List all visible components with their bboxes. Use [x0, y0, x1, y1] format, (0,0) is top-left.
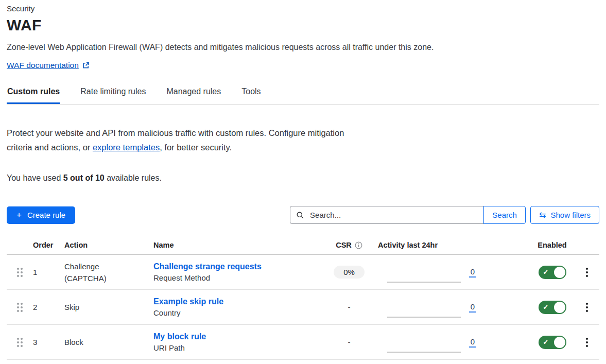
row-menu-button[interactable] [581, 300, 593, 315]
intro-line1: Protect your website and API from malici… [7, 128, 344, 137]
create-rule-label: Create rule [27, 211, 65, 219]
intro-line2-post: , for better security. [160, 143, 232, 152]
rule-name-link[interactable]: My block rule [153, 332, 206, 341]
csr-value: - [348, 303, 351, 311]
row-spacer [481, 325, 530, 359]
row-spacer [481, 255, 530, 289]
tab-tools[interactable]: Tools [241, 86, 261, 104]
plus-icon: + [16, 211, 22, 219]
csr-header-label: CSR [336, 241, 352, 249]
enabled-toggle[interactable]: ✓ [539, 301, 566, 314]
usage-count: 5 out of 10 [63, 174, 105, 182]
rule-order: 3 [33, 325, 64, 359]
rule-order: 1 [33, 255, 64, 289]
rule-order: 2 [33, 290, 64, 324]
rule-name-link[interactable]: Challenge strange requests [153, 262, 262, 271]
table-row: 2 Skip Example skip rule Country - 0 ✓ [7, 290, 599, 325]
tab-managed-rules[interactable]: Managed rules [166, 86, 221, 104]
kebab-icon [586, 338, 588, 340]
waf-documentation-label: WAF documentation [7, 61, 79, 70]
grip-dots-icon [17, 268, 19, 270]
table-row: 1 Challenge (CAPTCHA) Challenge strange … [7, 255, 599, 290]
rules-usage: You have used 5 out of 10 available rule… [7, 174, 599, 183]
col-header-name: Name [153, 241, 324, 249]
col-header-csr: CSR [324, 241, 374, 249]
col-header-order: Order [33, 241, 64, 249]
rule-field: Country [153, 308, 181, 317]
page-description: Zone-level Web Application Firewall (WAF… [7, 43, 599, 52]
enabled-toggle[interactable]: ✓ [539, 336, 566, 349]
usage-prefix: You have used [7, 174, 63, 182]
breadcrumb-security: Security [7, 4, 599, 13]
custom-rules-table: Order Action Name CSR Activity last 24hr… [7, 238, 599, 360]
drag-handle[interactable] [15, 336, 25, 349]
drag-handle[interactable] [15, 266, 25, 279]
activity-count-link[interactable]: 0 [469, 302, 476, 313]
waf-documentation-link[interactable]: WAF documentation [7, 61, 90, 70]
row-menu-button[interactable] [581, 335, 593, 350]
toggle-knob [554, 267, 565, 278]
rule-field: URI Path [153, 343, 185, 352]
drag-handle[interactable] [15, 301, 25, 314]
check-icon: ✓ [543, 338, 549, 345]
activity-count-link[interactable]: 0 [469, 337, 476, 348]
create-rule-button[interactable]: + Create rule [7, 206, 75, 224]
kebab-icon [586, 268, 588, 270]
activity-sparkline [387, 352, 461, 353]
col-header-enabled: Enabled [530, 241, 574, 249]
rule-action: Skip [64, 301, 79, 313]
rule-action: Block [64, 336, 83, 348]
check-icon: ✓ [543, 303, 549, 310]
external-link-icon [82, 62, 90, 69]
custom-rules-intro: Protect your website and API from malici… [7, 126, 398, 154]
toggle-knob [554, 302, 565, 313]
rule-action: Challenge (CAPTCHA) [64, 261, 117, 284]
search-icon [296, 211, 304, 219]
grip-dots-icon [17, 338, 19, 340]
search-button[interactable]: Search [483, 206, 526, 224]
intro-line2-pre: criteria and actions, or [7, 143, 93, 152]
tab-custom-rules[interactable]: Custom rules [7, 86, 60, 104]
rules-toolbar: + Create rule Search ⇆ Show filters [7, 206, 599, 224]
toggle-knob [554, 337, 565, 348]
activity-sparkline [387, 282, 461, 283]
csr-value-pill: 0% [334, 266, 365, 279]
show-filters-button[interactable]: ⇆ Show filters [530, 206, 599, 224]
show-filters-label: Show filters [550, 211, 591, 219]
search-input[interactable] [309, 210, 478, 220]
rule-field: Request Method [153, 273, 210, 282]
search-input-wrap [290, 206, 484, 224]
col-header-activity: Activity last 24hr [374, 241, 481, 249]
info-icon[interactable] [355, 241, 362, 249]
search-area: Search ⇆ Show filters [290, 206, 599, 224]
table-row: 3 Block My block rule URI Path - 0 ✓ [7, 325, 599, 360]
kebab-icon [586, 303, 588, 305]
activity-sparkline [387, 317, 461, 318]
grip-dots-icon [17, 303, 19, 305]
rule-name-link[interactable]: Example skip rule [153, 297, 223, 306]
explore-templates-link[interactable]: explore templates [93, 143, 160, 152]
check-icon: ✓ [543, 268, 549, 275]
csr-value: - [348, 338, 351, 346]
row-menu-button[interactable] [581, 265, 593, 280]
tab-rate-limiting-rules[interactable]: Rate limiting rules [80, 86, 146, 104]
usage-suffix: available rules. [105, 174, 162, 182]
activity-count-link[interactable]: 0 [469, 267, 476, 278]
waf-tabs: Custom rules Rate limiting rules Managed… [7, 86, 599, 105]
swap-arrows-icon: ⇆ [539, 211, 546, 219]
col-header-action: Action [64, 241, 153, 249]
table-header-row: Order Action Name CSR Activity last 24hr… [7, 238, 599, 255]
row-spacer [481, 290, 530, 324]
waf-page: Security WAF Zone-level Web Application … [0, 0, 606, 360]
page-title: WAF [7, 16, 599, 34]
enabled-toggle[interactable]: ✓ [539, 266, 566, 279]
